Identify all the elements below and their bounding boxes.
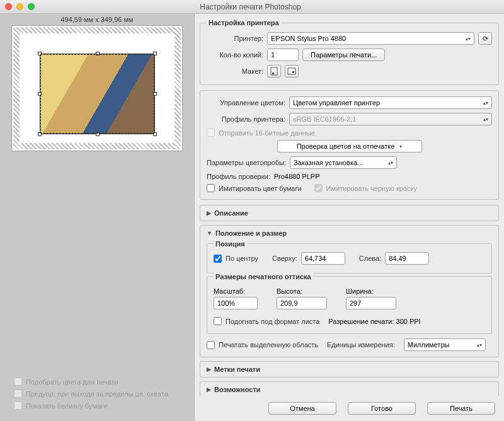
top-label: Сверху: — [272, 255, 297, 262]
disclosure-triangle-icon: ▼ — [207, 230, 212, 236]
printer-setup-group: Настройка принтера Принтер: EPSON Stylus… — [200, 19, 499, 85]
print-preview[interactable] — [11, 25, 183, 151]
titlebar: Настройки печати Photoshop — [0, 0, 504, 14]
printer-select[interactable]: EPSON Stylus Pro 4880▴▾ — [267, 32, 474, 45]
zoom-icon[interactable] — [28, 3, 35, 10]
proof-params-select[interactable]: Заказная установка...▴▾ — [290, 156, 397, 169]
match-print-colors-checkbox: Подобрать цвета для печати — [14, 378, 168, 386]
color-handling-label: Управление цветом: — [207, 99, 285, 107]
disclosure-triangle-icon: ▶ — [207, 366, 211, 372]
svg-rect-3 — [292, 71, 294, 73]
color-handling-select[interactable]: Цветом управляет принтер▴▾ — [289, 96, 492, 109]
landscape-icon[interactable] — [285, 65, 299, 78]
send-16bit-checkbox: Отправить 16-битные данные — [207, 127, 492, 138]
scale-label: Масштаб: — [214, 287, 258, 295]
dialog-footer: Отмена Готово Печать — [195, 396, 504, 421]
position-group: Позиция По центру Сверху: Слева: — [207, 243, 492, 274]
close-icon[interactable] — [5, 3, 12, 10]
proof-params-label: Параметры цветопробы: — [207, 159, 286, 166]
top-input[interactable] — [301, 252, 345, 265]
cancel-button[interactable]: Отмена — [268, 402, 336, 415]
preview-image[interactable] — [40, 54, 155, 134]
printer-label: Принтер: — [207, 35, 263, 42]
units-label: Единицы измерения: — [327, 341, 395, 349]
window-title: Настройки печати Photoshop — [35, 3, 466, 11]
copies-label: Кол-во копий: — [207, 51, 263, 59]
svg-rect-1 — [272, 72, 274, 74]
show-paper-white-checkbox: Показать белизну бумаги — [14, 401, 168, 410]
proof-colors-toggle[interactable]: Проверка цветов на отпечатке▾ — [277, 140, 422, 153]
units-select[interactable]: Миллиметры▴▾ — [404, 338, 486, 351]
printer-refresh-icon[interactable]: ⟳ — [478, 32, 492, 45]
simulate-paper-checkbox[interactable]: Имитировать цвет бумаги — [207, 184, 302, 192]
height-label: Высота: — [277, 287, 327, 295]
print-marks-section[interactable]: ▶Метки печати — [200, 361, 499, 378]
position-size-section: ▼Положение и размер Позиция По центру Св… — [200, 225, 499, 357]
preview-panel: 494,59 мм x 349,96 мм Подобрать цвета дл… — [0, 14, 194, 421]
width-label: Ширина: — [346, 287, 396, 295]
print-selected-checkbox[interactable]: Печатать выделенную область — [207, 341, 318, 349]
canvas-dimensions: 494,59 мм x 349,96 мм — [0, 14, 194, 25]
scale-input[interactable] — [214, 297, 258, 309]
center-checkbox[interactable]: По центру — [214, 255, 258, 263]
disclosure-triangle-icon: ▶ — [207, 386, 211, 393]
width-input[interactable] — [346, 297, 396, 309]
description-section[interactable]: ▶Описание — [200, 205, 499, 221]
left-label: Слева: — [359, 255, 381, 262]
copies-input[interactable] — [267, 49, 299, 61]
proof-profile-label: Профиль проверки: — [207, 173, 270, 180]
layout-label: Макет: — [207, 67, 263, 75]
svg-rect-2 — [288, 68, 295, 74]
printer-profile-label: Профиль принтера: — [207, 115, 285, 123]
print-parameters-button[interactable]: Параметры печати... — [302, 49, 385, 61]
height-input[interactable] — [277, 297, 327, 309]
print-button[interactable]: Печать — [427, 402, 495, 415]
color-management-group: Управление цветом: Цветом управляет прин… — [200, 90, 499, 200]
simulate-black-checkbox: Имитировать черную краску — [314, 184, 417, 192]
portrait-icon[interactable] — [267, 65, 281, 78]
proof-profile-value: Pro4880 PLPP — [274, 173, 320, 180]
functions-section[interactable]: ▶Возможности — [200, 381, 499, 396]
printer-setup-legend: Настройка принтера — [207, 19, 281, 26]
disclosure-triangle-icon: ▶ — [207, 210, 211, 216]
done-button[interactable]: Готово — [348, 402, 416, 415]
minimize-icon[interactable] — [16, 3, 23, 10]
fit-media-checkbox[interactable]: Подогнать под формат листа — [214, 317, 319, 325]
scaled-size-group: Размеры печатного оттиска Масштаб: Высот… — [207, 276, 492, 334]
print-resolution-label: Разрешение печати: 300 PPI — [328, 318, 420, 325]
left-input[interactable] — [385, 252, 429, 265]
printer-profile-select: sRGB IEC61966-2.1▴▾ — [289, 113, 492, 125]
gamut-warning-checkbox: Предупр. при выходе за пределы цв. охват… — [14, 389, 168, 398]
